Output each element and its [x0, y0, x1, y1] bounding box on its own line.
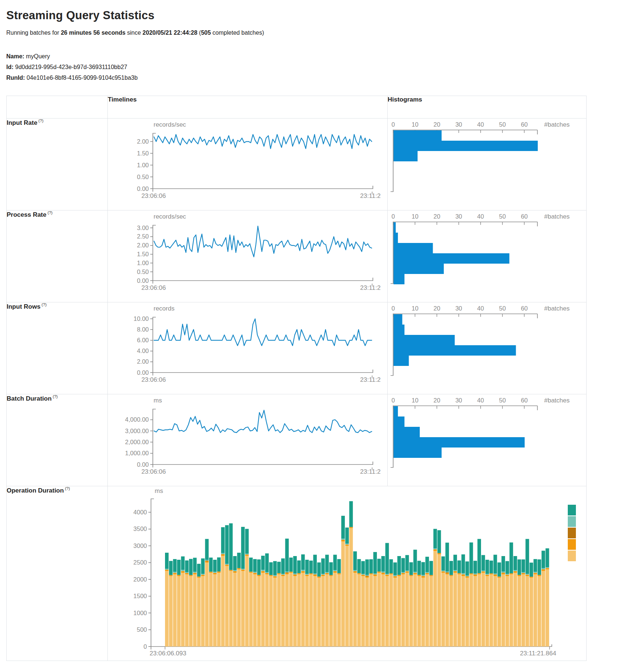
svg-text:10: 10 [412, 397, 418, 404]
streaming-query-statistics-page: Streaming Query Statistics Running batch… [0, 0, 625, 668]
svg-text:3.00: 3.00 [137, 224, 149, 231]
summary-batch-count: 505 [201, 30, 211, 36]
svg-text:0: 0 [391, 305, 395, 312]
summary-prefix: Running batches for [6, 30, 61, 36]
input-rows-histogram-svg: 0102030405060#batches [388, 302, 585, 390]
svg-text:23:06:06: 23:06:06 [141, 468, 166, 475]
stats-table: Timelines Histograms Input Rate(?) recor… [6, 96, 587, 661]
process-rate-row: Process Rate(?) records/sec3.002.502.001… [7, 210, 587, 302]
input-rows-histogram-cell: 0102030405060#batches [388, 302, 587, 394]
svg-text:1,000.00: 1,000.00 [125, 450, 149, 456]
svg-text:23:11:21.864: 23:11:21.864 [520, 650, 556, 657]
svg-text:30: 30 [455, 397, 462, 404]
input-rows-label-text: Input Rows [7, 303, 41, 310]
svg-text:records: records [154, 305, 175, 312]
svg-text:40: 40 [477, 213, 484, 220]
svg-text:8.00: 8.00 [137, 326, 149, 333]
svg-text:23:06:06: 23:06:06 [141, 376, 166, 383]
query-runid-value: 04e101e6-8bf8-4165-9099-9104c951ba3b [27, 75, 138, 81]
query-id-label: Id: [6, 64, 14, 70]
input-rate-row: Input Rate(?) records/sec2.001.501.000.5… [7, 119, 587, 210]
svg-text:60: 60 [521, 213, 528, 220]
svg-text:4,000.00: 4,000.00 [125, 416, 149, 423]
input-rows-help-icon[interactable]: (?) [42, 302, 47, 307]
svg-text:23:11:21: 23:11:21 [360, 192, 381, 199]
process-rate-histogram-svg: 0102030405060#batches [388, 210, 585, 298]
input-rate-histogram-chart: 0102030405060#batches [388, 119, 586, 208]
svg-text:2500: 2500 [133, 559, 147, 566]
svg-text:0.00: 0.00 [137, 185, 149, 192]
svg-text:0.00: 0.00 [137, 277, 149, 284]
svg-text:60: 60 [521, 305, 528, 312]
batch-duration-timeline-cell: ms4,000.003,000.002,000.001,000.000.0023… [108, 394, 388, 486]
input-rate-timeline-cell: records/sec2.001.501.000.500.0023:06:062… [108, 119, 388, 210]
svg-text:3000: 3000 [133, 542, 147, 549]
input-rate-histogram-svg: 0102030405060#batches [388, 119, 585, 206]
svg-text:10.00: 10.00 [134, 315, 149, 322]
svg-text:#batches: #batches [544, 305, 570, 312]
svg-text:20: 20 [433, 213, 440, 220]
batch-duration-row: Batch Duration(?) ms4,000.003,000.002,00… [7, 394, 587, 486]
batch-duration-histogram-chart: 0102030405060#batches [388, 394, 586, 484]
svg-text:2.00: 2.00 [137, 138, 149, 145]
legend-swatch-2 [568, 528, 576, 538]
query-id-line: Id: 9d0dd219-995d-423e-b97d-36931110bb27 [6, 62, 625, 72]
operation-duration-cell: ms4000350030002500200015001000500023:06:… [108, 486, 587, 661]
svg-text:0.00: 0.00 [137, 461, 149, 468]
svg-text:23:11:21: 23:11:21 [360, 376, 381, 383]
process-rate-help-icon[interactable]: (?) [48, 210, 52, 215]
batch-duration-histogram-svg: 0102030405060#batches [388, 394, 585, 482]
svg-text:1.50: 1.50 [137, 251, 149, 257]
batch-duration-label: Batch Duration(?) [7, 394, 108, 486]
svg-text:6.00: 6.00 [137, 337, 149, 343]
operation-duration-help-icon[interactable]: (?) [65, 486, 70, 491]
legend-swatch-1 [568, 516, 576, 527]
svg-text:500: 500 [137, 626, 147, 633]
svg-text:20: 20 [433, 397, 440, 404]
operation-duration-label-text: Operation Duration [7, 487, 64, 494]
running-batches-summary: Running batches for 26 minutes 56 second… [6, 30, 625, 36]
svg-text:20: 20 [433, 305, 440, 312]
input-rows-timeline-chart: records10.008.006.004.002.000.0023:06:06… [108, 302, 387, 392]
legend-swatch-4 [568, 551, 576, 561]
svg-text:10: 10 [412, 121, 418, 128]
input-rows-label: Input Rows(?) [7, 302, 108, 394]
svg-text:30: 30 [455, 305, 462, 312]
batch-duration-label-text: Batch Duration [7, 395, 52, 402]
svg-text:0.50: 0.50 [137, 268, 149, 275]
input-rate-help-icon[interactable]: (?) [38, 119, 43, 123]
query-name-value: myQuery [26, 53, 50, 59]
summary-middle: since [126, 30, 142, 36]
summary-paren: ( [198, 30, 201, 36]
svg-text:0.00: 0.00 [137, 369, 149, 376]
operation-duration-chart: ms4000350030002500200015001000500023:06:… [108, 486, 586, 661]
svg-text:4000: 4000 [133, 509, 147, 515]
batch-duration-help-icon[interactable]: (?) [53, 394, 58, 399]
svg-text:10: 10 [412, 305, 418, 312]
summary-duration: 26 minutes 56 seconds [61, 30, 126, 36]
query-meta: Name: myQuery Id: 9d0dd219-995d-423e-b97… [6, 51, 625, 83]
svg-text:#batches: #batches [544, 213, 570, 220]
operation-duration-svg: ms4000350030002500200015001000500023:06:… [108, 486, 577, 659]
legend-swatch-3 [568, 539, 576, 550]
input-rate-timeline-chart: records/sec2.001.501.000.500.0023:06:062… [108, 119, 387, 208]
svg-text:10: 10 [412, 213, 418, 220]
query-runid-line: RunId: 04e101e6-8bf8-4165-9099-9104c951b… [6, 72, 625, 83]
svg-text:50: 50 [499, 121, 506, 128]
svg-text:23:06:06: 23:06:06 [141, 284, 166, 291]
svg-text:ms: ms [155, 487, 163, 494]
svg-text:1500: 1500 [133, 593, 147, 599]
svg-text:0: 0 [391, 397, 395, 404]
summary-start-time: 2020/05/21 22:44:28 [142, 30, 198, 36]
svg-text:40: 40 [477, 305, 484, 312]
svg-text:23:06:06.093: 23:06:06.093 [150, 650, 186, 657]
process-rate-label: Process Rate(?) [7, 210, 108, 302]
svg-text:2.00: 2.00 [137, 358, 149, 365]
svg-text:2.50: 2.50 [137, 233, 149, 240]
histograms-column-header: Histograms [388, 96, 587, 119]
operation-duration-label: Operation Duration(?) [7, 486, 108, 661]
svg-text:23:11:21: 23:11:21 [360, 468, 381, 475]
svg-text:0: 0 [144, 643, 147, 650]
svg-text:1.50: 1.50 [137, 150, 149, 157]
svg-text:records/sec: records/sec [154, 121, 186, 128]
